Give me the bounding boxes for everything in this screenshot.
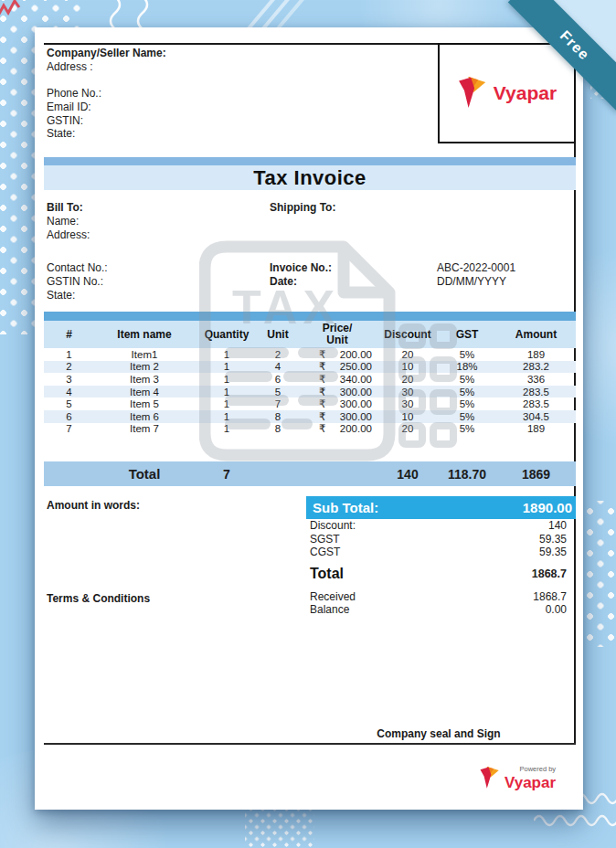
price-cell: ₹200.00 [297, 422, 377, 435]
balance-row: Balance 0.00 [306, 603, 576, 617]
table-cell: 6 [259, 374, 297, 385]
table-total-row: Total 7 140 118.70 1869 [44, 461, 576, 486]
header-cell: Discount [377, 329, 438, 341]
table-cell: Item 4 [94, 387, 195, 398]
summary-row: CGST59.35 [306, 546, 576, 559]
table-cell: 4 [44, 387, 94, 398]
table-cell: 5% [438, 398, 496, 409]
header-cell: Amount [496, 329, 576, 341]
header-cell: Quantity [195, 329, 259, 341]
items-table: #Item nameQuantityUnitPrice/ UnitDiscoun… [44, 312, 576, 486]
title-banner: Tax Invoice [44, 165, 576, 190]
table-cell: 1 [195, 349, 259, 360]
table-cell: 1 [195, 361, 259, 372]
table-cell: 4 [259, 361, 297, 372]
table-row: 7Item 718₹200.00205%189 [44, 423, 576, 436]
received-row: Received 1868.7 [306, 590, 576, 604]
table-cell: 20 [377, 423, 438, 434]
price-cell: ₹250.00 [297, 360, 377, 373]
table-accent-bar [44, 312, 576, 321]
powered-by-text: Powered by Vyapar [504, 766, 556, 790]
date-value: DD/MM/YYYY [437, 275, 515, 289]
table-cell: 18% [438, 361, 496, 372]
gstin-no-label: GSTIN No.: [47, 275, 108, 289]
rupee-symbol: ₹ [319, 348, 325, 361]
powered-by-footer: Powered by Vyapar [479, 766, 556, 790]
table-cell: 30 [377, 387, 438, 398]
table-cell: 189 [496, 423, 576, 434]
balance-value: 0.00 [546, 603, 567, 616]
items-body: 1Item112₹200.00205%1892Item 214₹250.0010… [44, 348, 576, 435]
total-label: Total [94, 466, 195, 482]
subtotal-label: Sub Total: [313, 500, 378, 515]
table-cell: 8 [259, 423, 297, 434]
table-cell: Item1 [94, 349, 195, 360]
table-cell: 1 [195, 423, 259, 434]
rupee-symbol: ₹ [319, 373, 325, 386]
summary-block: Sub Total: 1890.00 Discount:140SGST59.35… [306, 496, 576, 617]
company-logo-box: Vyapar [438, 43, 576, 143]
received-label: Received [310, 590, 356, 603]
price-cell: ₹340.00 [297, 373, 377, 386]
canvas: Company/Seller Name: Address : Phone No.… [0, 0, 616, 848]
summary-row: SGST59.35 [306, 533, 576, 546]
date-label: Date: [270, 275, 335, 289]
table-cell: 20 [377, 349, 438, 360]
company-seller-label: Company/Seller Name: [47, 47, 166, 60]
table-cell: 304.5 [496, 411, 576, 422]
table-cell: 189 [496, 349, 576, 360]
company-seal-sign-label: Company seal and Sign [369, 727, 508, 740]
subtotal-bar: Sub Total: 1890.00 [306, 496, 576, 519]
total-gst: 118.70 [438, 467, 496, 482]
header-cell: Item name [94, 329, 195, 341]
state-label: State: [47, 289, 108, 302]
powered-by-label: Powered by [519, 766, 556, 773]
table-cell: 283.5 [496, 398, 576, 409]
table-row: 6Item 618₹300.00105%304.5 [44, 410, 576, 423]
table-cell: Item 2 [94, 361, 195, 372]
seller-block: Company/Seller Name: Address : Phone No.… [47, 47, 166, 141]
phone-label: Phone No.: [47, 87, 166, 101]
total-amount: 1869 [496, 467, 576, 482]
header-cell: Price/ Unit [297, 323, 377, 346]
header-cell: Unit [259, 329, 297, 341]
rupee-symbol: ₹ [319, 398, 325, 410]
vyapar-logo-text: Vyapar [494, 82, 557, 104]
table-cell: 1 [195, 374, 259, 385]
balance-label: Balance [310, 603, 349, 616]
table-cell: 5 [259, 387, 297, 398]
table-cell: Item 7 [94, 423, 195, 434]
spacer [270, 215, 335, 261]
table-cell: 10 [377, 411, 438, 422]
table-cell: 7 [259, 398, 297, 409]
header-cell: # [44, 329, 94, 341]
table-cell: 5% [438, 387, 496, 398]
table-cell: 5% [438, 374, 496, 385]
invoice-page: Company/Seller Name: Address : Phone No.… [35, 27, 583, 810]
total-qty: 7 [195, 467, 259, 482]
invoice-no-value: ABC-2022-0001 [437, 261, 515, 275]
invoice-no-label: Invoice No.: [270, 261, 335, 275]
table-row: 2Item 214₹250.001018%283.2 [44, 361, 576, 374]
price-cell: ₹300.00 [297, 398, 377, 410]
price-cell: ₹200.00 [297, 348, 377, 361]
rupee-symbol: ₹ [319, 360, 325, 373]
table-row: 4Item 415₹300.00305%283.5 [44, 386, 576, 398]
vyapar-logo-icon [479, 767, 500, 790]
received-value: 1868.7 [533, 590, 567, 603]
table-cell: 283.5 [496, 387, 576, 398]
table-cell: 5% [438, 411, 496, 422]
table-cell: 30 [377, 398, 438, 409]
table-row: 3Item 316₹340.00205%336 [44, 373, 576, 386]
total-discount: 140 [377, 467, 438, 482]
table-cell: 3 [44, 374, 94, 385]
grand-total-value: 1868.7 [532, 567, 567, 580]
table-cell: 1 [44, 349, 94, 360]
amount-in-words-label: Amount in words: [47, 499, 140, 512]
table-cell: 2 [44, 361, 94, 372]
table-cell: 5% [438, 349, 496, 360]
invoice-meta-values: ABC-2022-0001 DD/MM/YYYY [437, 261, 515, 289]
table-cell: 1 [195, 387, 259, 398]
table-cell: 10 [377, 361, 438, 372]
bill-to-label: Bill To: [47, 201, 108, 215]
